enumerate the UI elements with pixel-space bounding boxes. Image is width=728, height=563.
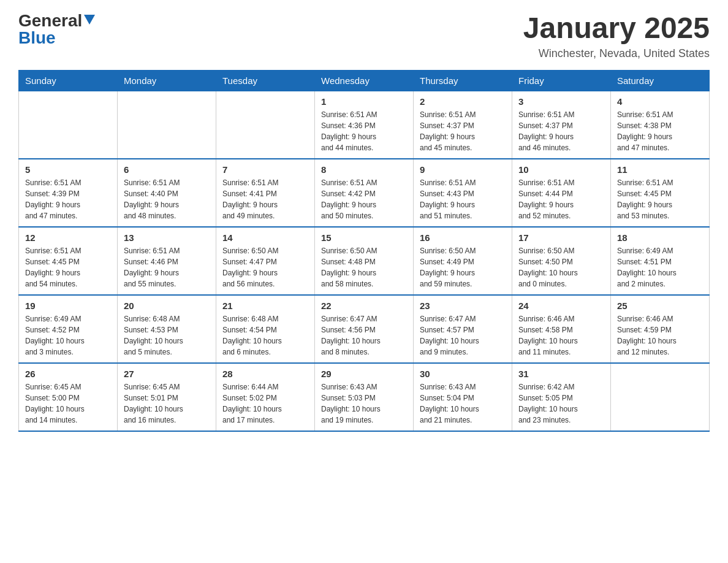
day-number: 9 xyxy=(420,164,506,175)
calendar-cell: 4Sunrise: 6:51 AM Sunset: 4:38 PM Daylig… xyxy=(611,91,710,159)
calendar-cell: 10Sunrise: 6:51 AM Sunset: 4:44 PM Dayli… xyxy=(512,159,611,227)
calendar-cell: 13Sunrise: 6:51 AM Sunset: 4:46 PM Dayli… xyxy=(118,227,216,295)
calendar-cell: 23Sunrise: 6:47 AM Sunset: 4:57 PM Dayli… xyxy=(414,295,512,363)
day-number: 10 xyxy=(518,164,604,175)
day-info: Sunrise: 6:51 AM Sunset: 4:36 PM Dayligh… xyxy=(321,109,407,153)
calendar-cell xyxy=(19,91,118,159)
calendar-cell: 3Sunrise: 6:51 AM Sunset: 4:37 PM Daylig… xyxy=(512,91,611,159)
calendar-cell: 30Sunrise: 6:43 AM Sunset: 5:04 PM Dayli… xyxy=(414,363,512,431)
day-info: Sunrise: 6:51 AM Sunset: 4:42 PM Dayligh… xyxy=(321,177,407,221)
day-number: 24 xyxy=(518,301,604,311)
day-info: Sunrise: 6:47 AM Sunset: 4:56 PM Dayligh… xyxy=(321,313,407,358)
day-number: 29 xyxy=(321,369,407,379)
calendar-week-0: 1Sunrise: 6:51 AM Sunset: 4:36 PM Daylig… xyxy=(19,91,710,159)
calendar-week-1: 5Sunrise: 6:51 AM Sunset: 4:39 PM Daylig… xyxy=(19,159,710,227)
day-info: Sunrise: 6:50 AM Sunset: 4:50 PM Dayligh… xyxy=(518,245,604,289)
day-number: 27 xyxy=(124,369,210,379)
calendar-cell: 8Sunrise: 6:51 AM Sunset: 4:42 PM Daylig… xyxy=(315,159,414,227)
calendar-cell: 9Sunrise: 6:51 AM Sunset: 4:43 PM Daylig… xyxy=(414,159,512,227)
calendar-table: Sunday Monday Tuesday Wednesday Thursday… xyxy=(18,70,710,432)
header-monday: Monday xyxy=(118,70,216,91)
day-number: 30 xyxy=(420,369,506,379)
calendar-cell: 20Sunrise: 6:48 AM Sunset: 4:53 PM Dayli… xyxy=(118,295,216,363)
calendar-cell: 5Sunrise: 6:51 AM Sunset: 4:39 PM Daylig… xyxy=(19,159,118,227)
day-info: Sunrise: 6:51 AM Sunset: 4:39 PM Dayligh… xyxy=(25,177,111,221)
calendar-cell: 22Sunrise: 6:47 AM Sunset: 4:56 PM Dayli… xyxy=(315,295,414,363)
calendar-cell: 28Sunrise: 6:44 AM Sunset: 5:02 PM Dayli… xyxy=(216,363,315,431)
page-header: General Blue January 2025 Winchester, Ne… xyxy=(18,12,710,60)
calendar-cell: 6Sunrise: 6:51 AM Sunset: 4:40 PM Daylig… xyxy=(118,159,216,227)
calendar-cell: 11Sunrise: 6:51 AM Sunset: 4:45 PM Dayli… xyxy=(611,159,710,227)
day-info: Sunrise: 6:48 AM Sunset: 4:53 PM Dayligh… xyxy=(124,313,210,358)
day-info: Sunrise: 6:44 AM Sunset: 5:02 PM Dayligh… xyxy=(222,381,308,426)
day-info: Sunrise: 6:50 AM Sunset: 4:48 PM Dayligh… xyxy=(321,245,407,289)
calendar-cell: 25Sunrise: 6:46 AM Sunset: 4:59 PM Dayli… xyxy=(611,295,710,363)
day-number: 22 xyxy=(321,301,407,311)
calendar-cell: 17Sunrise: 6:50 AM Sunset: 4:50 PM Dayli… xyxy=(512,227,611,295)
day-number: 17 xyxy=(518,232,604,243)
calendar-cell: 29Sunrise: 6:43 AM Sunset: 5:03 PM Dayli… xyxy=(315,363,414,431)
header-sunday: Sunday xyxy=(19,70,118,91)
header-tuesday: Tuesday xyxy=(216,70,315,91)
logo: General Blue xyxy=(18,12,95,47)
day-number: 1 xyxy=(321,96,407,107)
calendar-cell: 16Sunrise: 6:50 AM Sunset: 4:49 PM Dayli… xyxy=(414,227,512,295)
header-thursday: Thursday xyxy=(414,70,512,91)
calendar-cell: 21Sunrise: 6:48 AM Sunset: 4:54 PM Dayli… xyxy=(216,295,315,363)
day-number: 3 xyxy=(518,96,604,107)
header-friday: Friday xyxy=(512,70,611,91)
days-of-week-row: Sunday Monday Tuesday Wednesday Thursday… xyxy=(19,70,710,91)
calendar-cell: 12Sunrise: 6:51 AM Sunset: 4:45 PM Dayli… xyxy=(19,227,118,295)
day-info: Sunrise: 6:51 AM Sunset: 4:38 PM Dayligh… xyxy=(617,109,703,153)
day-info: Sunrise: 6:47 AM Sunset: 4:57 PM Dayligh… xyxy=(420,313,506,358)
calendar-week-4: 26Sunrise: 6:45 AM Sunset: 5:00 PM Dayli… xyxy=(19,363,710,431)
day-info: Sunrise: 6:51 AM Sunset: 4:43 PM Dayligh… xyxy=(420,177,506,221)
calendar-cell: 18Sunrise: 6:49 AM Sunset: 4:51 PM Dayli… xyxy=(611,227,710,295)
day-number: 8 xyxy=(321,164,407,175)
calendar-header: Sunday Monday Tuesday Wednesday Thursday… xyxy=(19,70,710,91)
calendar-cell: 2Sunrise: 6:51 AM Sunset: 4:37 PM Daylig… xyxy=(414,91,512,159)
calendar-cell: 19Sunrise: 6:49 AM Sunset: 4:52 PM Dayli… xyxy=(19,295,118,363)
header-saturday: Saturday xyxy=(611,70,710,91)
day-number: 21 xyxy=(222,301,308,311)
day-info: Sunrise: 6:51 AM Sunset: 4:46 PM Dayligh… xyxy=(124,245,210,289)
calendar-week-2: 12Sunrise: 6:51 AM Sunset: 4:45 PM Dayli… xyxy=(19,227,710,295)
day-info: Sunrise: 6:49 AM Sunset: 4:51 PM Dayligh… xyxy=(617,245,703,289)
day-info: Sunrise: 6:51 AM Sunset: 4:44 PM Dayligh… xyxy=(518,177,604,221)
day-number: 11 xyxy=(617,164,703,175)
calendar-cell xyxy=(118,91,216,159)
day-number: 18 xyxy=(617,232,703,243)
day-number: 5 xyxy=(25,164,111,175)
day-info: Sunrise: 6:51 AM Sunset: 4:45 PM Dayligh… xyxy=(25,245,111,289)
logo-triangle-icon xyxy=(84,15,95,26)
calendar-cell: 14Sunrise: 6:50 AM Sunset: 4:47 PM Dayli… xyxy=(216,227,315,295)
day-number: 14 xyxy=(222,232,308,243)
calendar-cell: 26Sunrise: 6:45 AM Sunset: 5:00 PM Dayli… xyxy=(19,363,118,431)
day-number: 13 xyxy=(124,232,210,243)
day-number: 23 xyxy=(420,301,506,311)
calendar-cell: 1Sunrise: 6:51 AM Sunset: 4:36 PM Daylig… xyxy=(315,91,414,159)
day-info: Sunrise: 6:48 AM Sunset: 4:54 PM Dayligh… xyxy=(222,313,308,358)
day-info: Sunrise: 6:43 AM Sunset: 5:04 PM Dayligh… xyxy=(420,381,506,426)
day-number: 20 xyxy=(124,301,210,311)
day-info: Sunrise: 6:46 AM Sunset: 4:59 PM Dayligh… xyxy=(617,313,703,358)
logo-general-text: General xyxy=(18,12,82,29)
header-wednesday: Wednesday xyxy=(315,70,414,91)
calendar-cell: 15Sunrise: 6:50 AM Sunset: 4:48 PM Dayli… xyxy=(315,227,414,295)
day-info: Sunrise: 6:42 AM Sunset: 5:05 PM Dayligh… xyxy=(518,381,604,426)
logo-blue-text: Blue xyxy=(18,29,56,47)
day-number: 31 xyxy=(518,369,604,379)
day-number: 6 xyxy=(124,164,210,175)
day-number: 16 xyxy=(420,232,506,243)
calendar-cell: 24Sunrise: 6:46 AM Sunset: 4:58 PM Dayli… xyxy=(512,295,611,363)
calendar-cell: 31Sunrise: 6:42 AM Sunset: 5:05 PM Dayli… xyxy=(512,363,611,431)
day-info: Sunrise: 6:45 AM Sunset: 5:01 PM Dayligh… xyxy=(124,381,210,426)
day-info: Sunrise: 6:51 AM Sunset: 4:40 PM Dayligh… xyxy=(124,177,210,221)
day-info: Sunrise: 6:51 AM Sunset: 4:37 PM Dayligh… xyxy=(518,109,604,153)
svg-marker-0 xyxy=(84,15,95,25)
day-info: Sunrise: 6:50 AM Sunset: 4:47 PM Dayligh… xyxy=(222,245,308,289)
day-info: Sunrise: 6:43 AM Sunset: 5:03 PM Dayligh… xyxy=(321,381,407,426)
day-info: Sunrise: 6:51 AM Sunset: 4:45 PM Dayligh… xyxy=(617,177,703,221)
day-info: Sunrise: 6:50 AM Sunset: 4:49 PM Dayligh… xyxy=(420,245,506,289)
day-info: Sunrise: 6:51 AM Sunset: 4:37 PM Dayligh… xyxy=(420,109,506,153)
